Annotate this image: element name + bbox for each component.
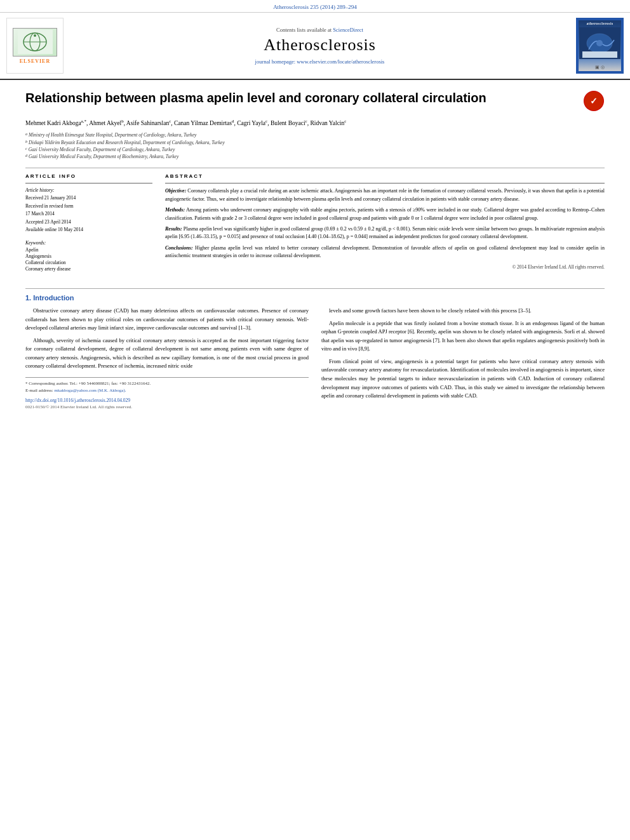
body-para1: Obstructive coronary artery disease (CAD… [25, 307, 309, 333]
journal-title: Atherosclerosis [264, 36, 376, 55]
footnote-email: mkakboga@yahoo.com (M.K. Akboga). [55, 388, 126, 393]
body-left-text: Obstructive coronary artery disease (CAD… [25, 307, 309, 371]
available-date: Available online 10 May 2014 [25, 227, 152, 234]
affiliation-a: a Ministry of Health Etimesgut State Hos… [25, 131, 605, 138]
body-right-para2: Apelin molecule is a peptide that was fi… [321, 319, 605, 354]
body-two-col: Obstructive coronary artery disease (CAD… [25, 307, 605, 410]
body-left-col: Obstructive coronary artery disease (CAD… [25, 307, 309, 410]
author2-sup: b [121, 119, 124, 124]
footnote-email-line: E-mail address: mkakboga@yahoo.com (M.K.… [25, 387, 309, 394]
history-label: Article history: [25, 187, 152, 193]
author1-sup: a,* [81, 119, 86, 124]
body-section: 1. Introduction Obstructive coronary art… [0, 288, 630, 410]
issn-line: 0021-9150/© 2014 Elsevier Ireland Ltd. A… [25, 404, 309, 410]
crossmark-icon: ✓ [584, 91, 604, 111]
keyword-collateral: Collateral circulation [25, 260, 152, 265]
doi-line[interactable]: http://dx.doi.org/10.1016/j.atherosclero… [25, 397, 309, 403]
conclusions-label: Conclusions: [165, 245, 193, 251]
elsevier-logo: ELSEVIER [6, 18, 64, 74]
crossmark-badge: ✓ [582, 90, 605, 112]
svg-point-7 [596, 40, 603, 46]
section1-title: 1. Introduction [25, 294, 605, 302]
svg-rect-8 [582, 51, 617, 58]
author4-sup: d [232, 119, 234, 124]
objective-label: Objective: [165, 188, 186, 194]
received-revised-label: Received in revised form [25, 203, 152, 210]
svg-text:✓: ✓ [590, 96, 598, 106]
methods-text: Among patients who underwent coronary an… [165, 207, 605, 220]
body-right-col: levels and some growth factors have been… [321, 307, 605, 410]
results-text: Plasma apelin level was significantly hi… [165, 226, 605, 239]
header-divider [25, 168, 605, 168]
received-date: Received 21 January 2014 [25, 195, 152, 202]
keyword-angiogenesis: Angiogenesis [25, 253, 152, 259]
journal-header: ELSEVIER Contents lists available at Sci… [0, 13, 630, 80]
author3-name: Asife Sahinarslan [126, 120, 169, 126]
abstract-conclusions: Conclusions: Higher plasma apelin level … [165, 244, 605, 260]
journal-homepage: journal homepage: www.elsevier.com/locat… [255, 58, 385, 65]
citation-bar: Atherosclerosis 235 (2014) 289–294 [0, 0, 630, 13]
elsevier-logo-image [13, 28, 57, 57]
author2-name: Ahmet Akyel [89, 120, 121, 126]
author3-sup: c [169, 119, 171, 124]
citation-text: Atherosclerosis 235 (2014) 289–294 [273, 4, 357, 10]
abstract-objective: Objective: Coronary collaterals play a c… [165, 187, 605, 203]
affiliations-section: a Ministry of Health Etimesgut State Hos… [25, 131, 605, 160]
article-main: Relationship between plasma apelin level… [0, 80, 630, 279]
revised-date: 17 March 2014 [25, 211, 152, 218]
article-info-header: ARTICLE INFO [25, 173, 152, 179]
article-info-abstract: ARTICLE INFO Article history: Received 2… [25, 173, 605, 272]
affiliation-d: d Gazi University Medical Faculty, Depar… [25, 153, 605, 160]
svg-point-4 [34, 34, 36, 37]
sciencedirect-line: Contents lists available at ScienceDirec… [276, 27, 363, 33]
affiliation-b: b Diskapi Yildirim Beyazit Education and… [25, 139, 605, 146]
conclusions-text: Higher plasma apelin level was related t… [165, 245, 605, 258]
abstract-results: Results: Plasma apelin level was signifi… [165, 225, 605, 241]
abstract-text: Objective: Coronary collaterals play a c… [165, 187, 605, 260]
author7-name: Ridvan Yalcin [310, 120, 344, 126]
accepted-date: Accepted 23 April 2014 [25, 219, 152, 226]
footnote-section: * Corresponding author. Tel.: +90 544698… [25, 377, 309, 394]
abstract-header: ABSTRACT [165, 173, 605, 179]
affiliation-c: c Gazi University Medical Faculty, Depar… [25, 146, 605, 153]
article-title: Relationship between plasma apelin level… [25, 90, 576, 106]
author6-sup: c [305, 119, 307, 124]
keyword-apelin: Apelin [25, 247, 152, 253]
authors-line: Mehmet Kadri Akbogaa,*, Ahmet Akyelb, As… [25, 118, 605, 128]
copyright-line: © 2014 Elsevier Ireland Ltd. All rights … [165, 264, 605, 270]
methods-label: Methods: [165, 207, 185, 213]
body-right-para1: levels and some growth factors have been… [321, 307, 605, 316]
article-title-section: Relationship between plasma apelin level… [25, 90, 605, 112]
author6-name: Bulent Boyaci [271, 120, 305, 126]
article-info-divider [25, 183, 152, 183]
body-right-text: levels and some growth factors have been… [321, 307, 605, 401]
cover-thumbnail: atherosclerosis ▣◎ [579, 20, 621, 71]
body-para2: Although, severity of ischemia caused by… [25, 337, 309, 371]
author1-name: Mehmet Kadri Akboga [25, 120, 81, 126]
keyword-cad: Coronary artery disease [25, 266, 152, 272]
author4-name: Canan Yilmaz Demirtas [174, 120, 232, 126]
cover-title-text: atherosclerosis [586, 22, 613, 25]
elsevier-label: ELSEVIER [20, 58, 50, 64]
body-right-para3: From clinical point of view, angiogenesi… [321, 357, 605, 401]
article-info-panel: ARTICLE INFO Article history: Received 2… [25, 173, 152, 272]
author5-name: Cagri Yayla [237, 120, 265, 126]
abstract-divider [165, 183, 605, 183]
results-label: Results: [165, 226, 182, 232]
author5-sup: c [265, 119, 267, 124]
body-top-divider [25, 288, 605, 289]
cover-icons: ▣◎ [595, 65, 605, 70]
footnote-corresponding: * Corresponding author. Tel.: +90 544698… [25, 380, 309, 387]
abstract-panel: ABSTRACT Objective: Coronary collaterals… [165, 173, 605, 272]
journal-center: Contents lists available at ScienceDirec… [70, 18, 570, 74]
objective-text: Coronary collaterals play a crucial role… [165, 188, 605, 201]
keywords-section: Keywords: Apelin Angiogenesis Collateral… [25, 240, 152, 272]
abstract-methods: Methods: Among patients who underwent co… [165, 206, 605, 222]
keywords-label: Keywords: [25, 240, 152, 246]
sciencedirect-link[interactable]: ScienceDirect [333, 27, 363, 33]
author7-sup: c [344, 119, 346, 124]
journal-cover-image: atherosclerosis ▣◎ [576, 18, 624, 74]
journal-url: www.elsevier.com/locate/atherosclerosis [297, 58, 384, 65]
